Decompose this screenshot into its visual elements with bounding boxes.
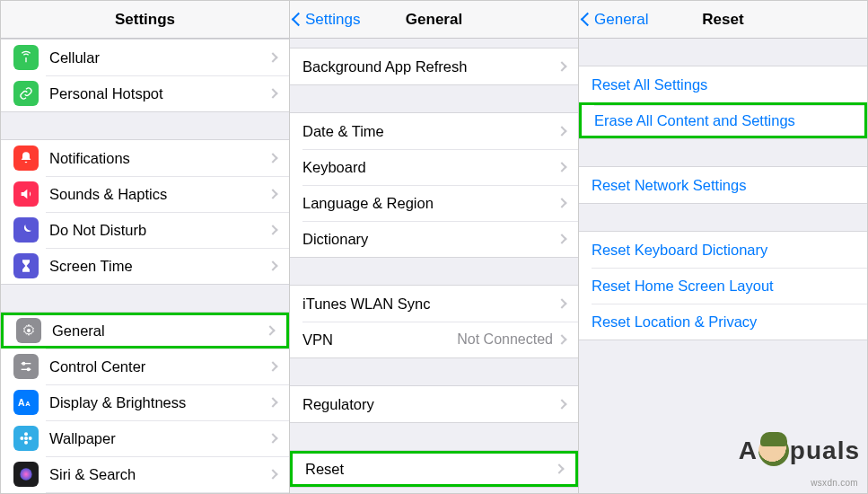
- antenna-icon: [13, 45, 39, 70]
- svg-text:A: A: [18, 397, 25, 408]
- svg-text:A: A: [25, 400, 31, 408]
- back-label: General: [594, 11, 648, 29]
- svg-point-12: [20, 468, 31, 480]
- row-reset-keyboard-dictionary[interactable]: Reset Keyboard Dictionary: [579, 232, 867, 268]
- row-label: Dictionary: [302, 231, 558, 248]
- back-to-general[interactable]: General: [583, 11, 648, 29]
- chevron-right-icon: [267, 361, 277, 371]
- chevron-right-icon: [557, 126, 566, 136]
- group-reset: Reset: [290, 450, 578, 488]
- chevron-right-icon: [557, 334, 566, 344]
- mascot-icon: [758, 436, 789, 466]
- row-label: Notifications: [49, 150, 269, 167]
- flower-icon: [13, 426, 39, 451]
- row-reset-home-screen-layout[interactable]: Reset Home Screen Layout: [579, 268, 867, 304]
- row-itunes-wlan-sync[interactable]: iTunes WLAN Sync: [290, 286, 578, 322]
- svg-point-7: [24, 437, 28, 440]
- row-label: Reset Keyboard Dictionary: [592, 242, 855, 259]
- row-label: Erase All Content and Settings: [594, 112, 852, 129]
- row-regulatory[interactable]: Regulatory: [290, 386, 578, 422]
- row-label: Reset Network Settings: [592, 177, 855, 194]
- row-reset-location-privacy[interactable]: Reset Location & Privacy: [579, 304, 867, 340]
- group-reset-misc: Reset Keyboard DictionaryReset Home Scre…: [579, 231, 867, 340]
- row-erase-all-content-and-settings[interactable]: Erase All Content and Settings: [579, 102, 867, 138]
- moon-icon: [13, 217, 39, 243]
- svg-point-0: [27, 329, 31, 332]
- row-dictionary[interactable]: Dictionary: [290, 221, 578, 257]
- row-label: Reset Home Screen Layout: [592, 278, 855, 295]
- row-label: Control Center: [49, 358, 269, 375]
- siri-icon: [13, 462, 39, 487]
- row-reset[interactable]: Reset: [290, 451, 578, 487]
- settings-row-touch-id-passcode[interactable]: Touch ID & Passcode: [1, 492, 289, 493]
- row-date-time[interactable]: Date & Time: [290, 113, 578, 149]
- page-title: Reset: [702, 11, 743, 29]
- row-label: Reset: [305, 461, 556, 478]
- chevron-right-icon: [267, 469, 277, 479]
- settings-row-notifications[interactable]: Notifications: [1, 140, 289, 176]
- svg-point-8: [24, 432, 28, 436]
- bell-icon: [13, 146, 39, 171]
- speaker-icon: [13, 181, 39, 207]
- settings-row-screen-time[interactable]: Screen Time: [1, 248, 289, 284]
- group-locale: Date & TimeKeyboardLanguage & RegionDict…: [290, 112, 578, 258]
- chevron-right-icon: [267, 433, 277, 443]
- row-label: Reset All Settings: [592, 76, 855, 93]
- chevron-right-icon: [557, 162, 566, 172]
- row-label: Screen Time: [49, 258, 269, 275]
- row-reset-network-settings[interactable]: Reset Network Settings: [579, 167, 867, 203]
- navbar-settings: Settings: [1, 1, 289, 39]
- svg-point-9: [24, 441, 28, 445]
- chevron-right-icon: [265, 325, 275, 335]
- group-alerts: NotificationsSounds & HapticsDo Not Dist…: [1, 139, 289, 285]
- row-reset-all-settings[interactable]: Reset All Settings: [579, 66, 867, 102]
- group-connectivity: CellularPersonal Hotspot: [1, 39, 289, 112]
- row-label: Date & Time: [302, 123, 558, 140]
- text-size-icon: AA: [13, 390, 39, 415]
- row-label: VPN: [302, 331, 457, 348]
- chevron-right-icon: [554, 463, 564, 473]
- chevron-left-icon: [581, 13, 595, 27]
- settings-row-personal-hotspot[interactable]: Personal Hotspot: [1, 75, 289, 111]
- settings-row-do-not-disturb[interactable]: Do Not Disturb: [1, 212, 289, 248]
- chevron-right-icon: [557, 61, 566, 71]
- row-label: Reset Location & Privacy: [592, 313, 855, 331]
- chevron-right-icon: [267, 397, 277, 407]
- row-label: General: [52, 322, 267, 340]
- row-label: Background App Refresh: [302, 58, 558, 75]
- chevron-right-icon: [557, 298, 566, 308]
- settings-row-cellular[interactable]: Cellular: [1, 40, 289, 75]
- row-language-region[interactable]: Language & Region: [290, 185, 578, 221]
- chevron-right-icon: [267, 88, 277, 98]
- row-keyboard[interactable]: Keyboard: [290, 149, 578, 185]
- row-label: Sounds & Haptics: [49, 186, 269, 203]
- reset-panel: General Reset Reset All SettingsErase Al…: [579, 1, 867, 493]
- group-reset-all: Reset All SettingsErase All Content and …: [579, 66, 867, 139]
- settings-row-siri-search[interactable]: Siri & Search: [1, 456, 289, 492]
- chevron-right-icon: [267, 52, 277, 62]
- row-vpn[interactable]: VPNNot Connected: [290, 322, 578, 357]
- sliders-icon: [13, 354, 39, 379]
- chevron-right-icon: [557, 234, 566, 243]
- settings-row-wallpaper[interactable]: Wallpaper: [1, 420, 289, 456]
- attribution-text: wsxdn.com: [811, 478, 858, 488]
- page-title: General: [406, 11, 462, 29]
- settings-row-control-center[interactable]: Control Center: [1, 348, 289, 384]
- settings-panel: Settings CellularPersonal Hotspot Notifi…: [1, 1, 290, 493]
- row-label: Siri & Search: [49, 466, 269, 483]
- row-background-app-refresh[interactable]: Background App Refresh: [290, 49, 578, 84]
- shut-down-row[interactable]: Shut Down: [290, 488, 578, 493]
- chevron-right-icon: [557, 399, 566, 409]
- row-label: Regulatory: [302, 396, 558, 413]
- back-to-settings[interactable]: Settings: [294, 11, 360, 29]
- navbar-reset: General Reset: [579, 1, 867, 39]
- settings-row-sounds-haptics[interactable]: Sounds & Haptics: [1, 176, 289, 212]
- group-regulatory: Regulatory: [290, 385, 578, 423]
- chevron-left-icon: [292, 13, 306, 27]
- row-label: iTunes WLAN Sync: [302, 296, 558, 313]
- back-label: Settings: [305, 11, 360, 29]
- group-sync: iTunes WLAN SyncVPNNot Connected: [290, 285, 578, 358]
- settings-row-display-brightness[interactable]: AADisplay & Brightness: [1, 384, 289, 420]
- row-detail: Not Connected: [457, 331, 553, 348]
- settings-row-general[interactable]: General: [1, 313, 289, 348]
